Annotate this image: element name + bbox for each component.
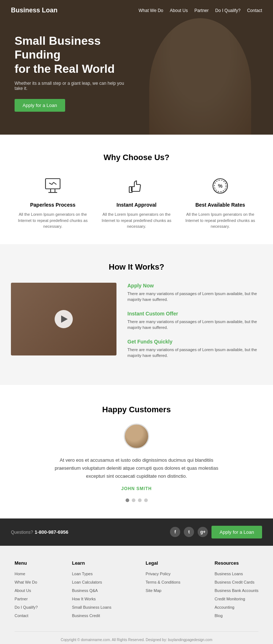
features-grid: Paperless Process All the Lorem Ipsum ge… [11,175,262,230]
cta-bar: Questions? 1-800-987-6956 f t g+ Apply f… [0,518,273,546]
footer-divider [15,631,258,632]
play-triangle-icon [61,315,68,323]
feature-paperless-title: Paperless Process [16,202,89,208]
hero-subtext: Whether its a small step or a giant leap… [15,81,131,91]
testimonial-heading: Happy Customers [11,405,262,414]
footer-link-bank-accounts[interactable]: Business Bank Accounts [215,588,258,593]
svg-line-4 [49,183,52,184]
how-content: Apply Now There are many variations of p… [11,283,262,367]
footer-link-how-it-works[interactable]: How It Works [72,597,96,601]
site-logo: Business Loan [11,7,58,14]
customer-name: JOHN SMITH [11,486,262,491]
footer-link-terms[interactable]: Terms & Conditions [146,580,180,584]
cta-socials: f t g+ Apply for a Loan [170,526,262,538]
footer-link-partner[interactable]: Partner [15,597,28,601]
site-header: Business Loan What We Do About Us Partne… [0,0,273,21]
google-plus-icon[interactable]: g+ [198,527,208,537]
footer-link-loan-types[interactable]: Loan Types [72,572,93,576]
footer-link-small-business-loans[interactable]: Small Business Loans [72,605,111,609]
svg-text:%: % [218,183,223,189]
video-thumbnail[interactable] [11,283,116,355]
cta-question-label: Questions? [11,530,33,535]
feature-rates: % Best Available Rates All the Lorem Ips… [184,175,257,230]
feature-rates-desc: All the Lorem Ipsum generators on the In… [184,211,257,230]
footer-link-do-i-qualify[interactable]: Do I Qualify? [15,605,38,609]
svg-line-6 [54,182,56,184]
footer-link-sitemap[interactable]: Site Map [146,588,161,593]
cta-phone: 1-800-987-6956 [35,529,68,535]
footer-col-resources: Resources Business Loans Business Credit… [215,560,258,620]
footer-columns: Menu Home What We Do About Us Partner Do… [15,560,258,620]
footer-link-contact[interactable]: Contact [15,613,28,618]
dot-4[interactable] [144,498,148,502]
dot-1[interactable] [126,498,129,502]
footer-col-learn: Learn Loan Types Loan Calculators Busine… [72,560,111,620]
dot-3[interactable] [138,498,142,502]
site-footer: Menu Home What We Do About Us Partner Do… [0,546,273,644]
footer-link-business-credit[interactable]: Business Credit [72,613,100,618]
footer-link-what-we-do[interactable]: What We Do [15,580,37,584]
twitter-icon[interactable]: t [184,527,194,537]
feature-approval-title: Instant Approval [100,202,173,208]
footer-bottom: Copyright © domainname.com. All Rights R… [15,637,258,644]
feature-rates-title: Best Available Rates [184,202,257,208]
footer-link-accounting[interactable]: Accounting [215,605,234,609]
how-section: How It Works? Apply Now There are many v… [0,244,273,385]
cta-apply-button[interactable]: Apply for a Loan [211,526,262,538]
nav-partner[interactable]: Partner [194,8,209,13]
carousel-dots [11,498,262,502]
hero-cta-button[interactable]: Apply for a Loan [15,99,65,112]
footer-col-legal: Legal Privacy Policy Terms & Conditions … [146,560,180,620]
footer-link-loan-calculators[interactable]: Loan Calculators [72,580,102,584]
step-custom-offer-desc: There are many variations of passages of… [127,319,262,331]
footer-legal-heading: Legal [146,560,180,566]
step-apply-now-title: Apply Now [127,283,262,289]
cta-contact: Questions? 1-800-987-6956 [11,529,68,535]
footer-link-blog[interactable]: Blog [215,613,223,618]
why-section: Why Choose Us? Paperless Process All the… [0,135,273,244]
why-heading: Why Choose Us? [11,153,262,162]
svg-line-5 [52,182,54,184]
step-custom-offer: Instant Custom Offer There are many vari… [127,311,262,331]
step-apply-now: Apply Now There are many variations of p… [127,283,262,303]
nav-about-us[interactable]: About Us [170,8,188,13]
customer-avatar [124,424,149,449]
feature-approval-desc: All the Lorem Ipsum generators on the In… [100,211,173,230]
footer-resources-heading: Resources [215,560,258,566]
step-funds-quickly-title: Get Funds Quickly [127,339,262,345]
testimonial-quote: At vero eos et accusamus et iusto odio d… [49,456,224,480]
footer-link-about-us[interactable]: About Us [15,588,31,593]
hero-headline: Small Business Funding for the Real Worl… [15,34,138,76]
footer-link-business-qa[interactable]: Business Q&A [72,588,98,593]
main-nav: What We Do About Us Partner Do I Qualify… [139,8,262,13]
step-apply-now-desc: There are many variations of passages of… [127,291,262,303]
footer-link-business-loans[interactable]: Business Loans [215,572,243,576]
facebook-icon[interactable]: f [170,527,180,537]
percent-icon: % [209,175,231,197]
nav-do-i-qualify[interactable]: Do I Qualify? [215,8,240,13]
step-funds-quickly: Get Funds Quickly There are many variati… [127,339,262,359]
how-steps: Apply Now There are many variations of p… [127,283,262,367]
feature-paperless-desc: All the Lorem Ipsum generators on the In… [16,211,89,230]
dot-2[interactable] [132,498,135,502]
footer-learn-heading: Learn [72,560,111,566]
thumbsup-icon [126,175,147,197]
testimonial-section: Happy Customers At vero eos et accusamus… [0,385,273,518]
footer-link-credit-cards[interactable]: Business Credit Cards [215,580,254,584]
footer-link-credit-monitoring[interactable]: Credit Monitoring [215,597,245,601]
footer-link-privacy[interactable]: Privacy Policy [146,572,170,576]
footer-link-home[interactable]: Home [15,572,25,576]
footer-menu-heading: Menu [15,560,38,566]
footer-copyright: Copyright © domainname.com. All Rights R… [15,637,258,643]
step-funds-quickly-desc: There are many variations of passages of… [127,347,262,359]
play-button[interactable] [55,310,73,328]
how-heading: How It Works? [11,262,262,272]
nav-contact[interactable]: Contact [247,8,262,13]
footer-col-menu: Menu Home What We Do About Us Partner Do… [15,560,38,620]
feature-paperless: Paperless Process All the Lorem Ipsum ge… [16,175,89,230]
step-custom-offer-title: Instant Custom Offer [127,311,262,317]
feature-approval: Instant Approval All the Lorem Ipsum gen… [100,175,173,230]
nav-what-we-do[interactable]: What We Do [139,8,163,13]
monitor-icon [42,175,64,197]
